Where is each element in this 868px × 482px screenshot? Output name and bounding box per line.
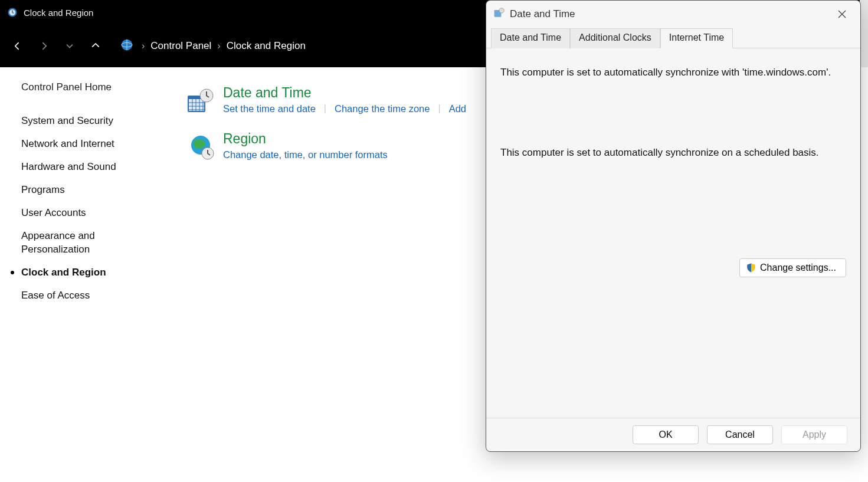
breadcrumb-leaf[interactable]: Clock and Region	[223, 40, 309, 52]
category-title[interactable]: Date and Time	[223, 85, 466, 101]
sync-status-text-2: This computer is set to automatically sy…	[500, 145, 846, 160]
uac-shield-icon	[746, 263, 756, 273]
chevron-right-icon: ›	[139, 41, 147, 51]
up-button[interactable]	[83, 33, 109, 59]
forward-button[interactable]	[31, 33, 57, 59]
back-button[interactable]	[5, 33, 31, 59]
link-change-formats[interactable]: Change date, time, or number formats	[223, 149, 388, 160]
dialog-title: Date and Time	[510, 8, 828, 20]
separator: |	[438, 103, 440, 114]
ok-button[interactable]: OK	[633, 425, 699, 444]
apply-button[interactable]: Apply	[781, 425, 847, 444]
window-title: Clock and Region	[24, 8, 93, 18]
svg-point-10	[499, 8, 504, 13]
sidebar-item-programs[interactable]: Programs	[21, 179, 157, 202]
tabpanel-internet-time: This computer is set to automatically sy…	[486, 48, 860, 418]
sidebar-item-network-and-internet[interactable]: Network and Internet	[21, 133, 157, 156]
tab-internet-time[interactable]: Internet Time	[660, 28, 733, 48]
link-add-clocks-truncated[interactable]: Add	[449, 103, 466, 114]
sidebar-item-ease-of-access[interactable]: Ease of Access	[21, 284, 157, 307]
link-set-time-and-date[interactable]: Set the time and date	[223, 103, 316, 114]
cancel-button[interactable]: Cancel	[707, 425, 773, 444]
dialog-button-row: OK Cancel Apply	[486, 418, 860, 451]
link-change-time-zone[interactable]: Change the time zone	[335, 103, 430, 114]
sidebar-item-system-and-security[interactable]: System and Security	[21, 110, 157, 133]
change-settings-button[interactable]: Change settings...	[739, 258, 846, 277]
dialog-close-button[interactable]	[828, 5, 856, 24]
globe-clock-icon	[120, 38, 133, 54]
sidebar: Control Panel Home System and Security N…	[0, 67, 165, 482]
clock-region-icon	[7, 7, 18, 18]
sidebar-item-clock-and-region[interactable]: Clock and Region	[21, 261, 157, 284]
change-settings-label: Change settings...	[760, 263, 836, 273]
datetime-icon	[186, 87, 215, 116]
sidebar-item-hardware-and-sound[interactable]: Hardware and Sound	[21, 156, 157, 179]
dialog-tabs: Date and Time Additional Clocks Internet…	[486, 28, 860, 48]
separator: |	[324, 103, 326, 114]
sync-status-text-1: This computer is set to automatically sy…	[500, 65, 846, 80]
breadcrumb-root[interactable]: Control Panel	[147, 40, 215, 52]
sidebar-item-user-accounts[interactable]: User Accounts	[21, 202, 157, 225]
tab-date-and-time[interactable]: Date and Time	[491, 28, 570, 48]
date-and-time-dialog: Date and Time Date and Time Additional C…	[486, 0, 861, 452]
datetime-small-icon	[493, 7, 505, 21]
dialog-titlebar: Date and Time	[486, 1, 860, 28]
category-title[interactable]: Region	[223, 131, 388, 147]
control-panel-home-link[interactable]: Control Panel Home	[21, 81, 157, 93]
tab-additional-clocks[interactable]: Additional Clocks	[570, 28, 660, 48]
chevron-right-icon: ›	[215, 41, 222, 51]
region-icon	[186, 133, 215, 162]
svg-rect-5	[189, 99, 204, 111]
recent-dropdown-button[interactable]	[57, 33, 83, 59]
sidebar-item-appearance-and-personalization[interactable]: Appearance and Personalization	[21, 225, 157, 261]
